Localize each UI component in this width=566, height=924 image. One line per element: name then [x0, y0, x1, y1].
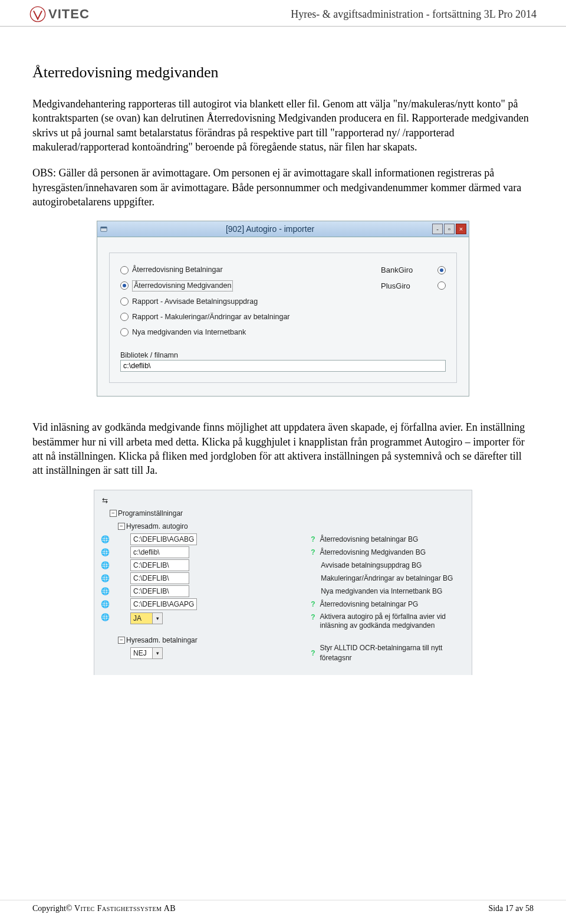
tree-group-autogiro: Hyresadm. autogiro	[126, 522, 188, 531]
page-number: Sida 17 av 58	[488, 904, 534, 913]
radio-makuleringar-andringar[interactable]: Rapport - Makuleringar/Ändringar av beta…	[120, 312, 363, 322]
setting-label: ?Styr ALLTID OCR-betalningarna till nytt…	[311, 647, 466, 660]
tree-group-betalningar: Hyresadm. betalningar	[126, 635, 198, 645]
tree-row[interactable]: 🌐C:\DEFLIB\	[100, 585, 305, 598]
radio-nya-medgivanden-internetbank[interactable]: Nya medgivanden via Internetbank	[120, 327, 363, 338]
window-titlebar: [902] Autogiro - importer - ▫ ×	[97, 221, 469, 237]
import-options-group: Återredovisning Betalningar Återredovisn…	[109, 253, 457, 383]
globe-icon: 🌐	[100, 574, 110, 583]
toolbar-row: ⇆	[100, 494, 466, 507]
collapse-icon[interactable]: −	[110, 510, 117, 517]
tree-row[interactable]: 🌐C:\DEFLIB\	[100, 559, 305, 572]
setting-label: Avvisade betalningsuppdrag BG	[311, 559, 466, 572]
globe-icon: 🌐	[100, 586, 110, 596]
import-type-radios: Återredovisning Betalningar Återredovisn…	[120, 265, 363, 337]
tree-row[interactable]: 🌐C:\DEFLIB\AGABG	[100, 533, 305, 546]
radio-bankgiro[interactable]: BankGiro	[381, 265, 446, 276]
tree-row-ja[interactable]: 🌐JA▾	[100, 611, 305, 634]
paragraph-1: Medgivandehantering rapporteras till aut…	[32, 97, 534, 154]
tree-row[interactable]: 🌐c:\deflib\	[100, 546, 305, 559]
globe-icon: 🌐	[100, 535, 110, 544]
collapse-icon[interactable]: −	[118, 523, 125, 530]
file-path-input[interactable]	[120, 360, 446, 372]
settings-tree-window: ⇆ −Programinställningar −Hyresadm. autog…	[94, 490, 472, 675]
help-icon[interactable]: ?	[311, 599, 315, 609]
setting-label: ?Återredovisning Medgivanden BG	[311, 546, 466, 559]
setting-label: ?Återredovisning betalningar BG	[311, 533, 466, 546]
tree-row-nej[interactable]: NEJ▾	[100, 647, 305, 660]
page-footer: Copyright© Vitec Fastighetssystem AB Sid…	[0, 900, 566, 913]
window-autogiro-importer: [902] Autogiro - importer - ▫ × Återredo…	[97, 221, 469, 397]
header-title: Hyres- & avgiftsadministration - fortsät…	[291, 8, 537, 21]
setting-label: ?Aktivera autogiro på ej förfallna avier…	[311, 611, 466, 634]
maximize-button[interactable]: ▫	[444, 224, 455, 234]
minimize-button[interactable]: -	[432, 224, 443, 234]
logo-mark-icon	[29, 6, 46, 22]
tree-row[interactable]: 🌐C:\DEFLIB\AGAPG	[100, 598, 305, 611]
setting-label: ?Återredovisning betalningar PG	[311, 598, 466, 611]
radio-aterredov-medgivanden[interactable]: Återredovisning Medgivanden	[120, 280, 363, 291]
help-icon[interactable]: ?	[311, 535, 315, 544]
help-icon[interactable]: ?	[311, 648, 315, 658]
globe-icon: 🌐	[100, 599, 110, 609]
dropdown-button[interactable]: ▾	[153, 647, 163, 659]
copyright: Copyright© Vitec Fastighetssystem AB	[32, 904, 176, 913]
svg-rect-2	[101, 227, 107, 229]
radio-avvisade-betalningsuppdrag[interactable]: Rapport - Avvisade Betalningsuppdrag	[120, 297, 363, 307]
setting-label: Makuleringar/Ändringar av betalningar BG	[311, 572, 466, 585]
tree-root: Programinställningar	[118, 509, 183, 518]
body-content: Återredovisning medgivanden Medgivandeha…	[0, 27, 566, 675]
collapse-icon[interactable]: −	[118, 637, 125, 644]
radio-plusgiro[interactable]: PlusGiro	[381, 281, 446, 291]
help-icon[interactable]: ?	[311, 548, 315, 557]
paragraph-2: OBS: Gäller då personen är avimottagare.…	[32, 166, 534, 209]
section-heading: Återredovisning medgivanden	[32, 62, 534, 83]
paragraph-3: Vid inläsning av godkända medgivande fin…	[32, 420, 534, 477]
tree-row[interactable]: 🌐C:\DEFLIB\	[100, 572, 305, 585]
globe-icon: 🌐	[100, 612, 110, 622]
globe-icon: 🌐	[100, 548, 110, 557]
radio-aterredov-betalningar[interactable]: Återredovisning Betalningar	[120, 265, 363, 275]
page-header: VITEC Hyres- & avgiftsadministration - f…	[0, 0, 566, 27]
giro-radios: BankGiro PlusGiro	[381, 265, 446, 291]
window-title: [902] Autogiro - importer	[108, 224, 432, 235]
file-label: Bibliotek / filnamn	[120, 350, 446, 361]
page: { "header":{ "logo_text":"VITEC", "right…	[0, 0, 566, 924]
setting-label: Nya medgivanden via Internetbank BG	[311, 585, 466, 598]
close-button[interactable]: ×	[456, 224, 466, 234]
toolbar-icon[interactable]: ⇆	[100, 496, 110, 505]
globe-icon: 🌐	[100, 561, 110, 570]
logo: VITEC	[29, 6, 90, 22]
titlebar-icon	[100, 225, 108, 233]
help-icon[interactable]: ?	[311, 612, 315, 622]
dropdown-button[interactable]: ▾	[153, 612, 163, 624]
logo-text: VITEC	[48, 6, 90, 22]
